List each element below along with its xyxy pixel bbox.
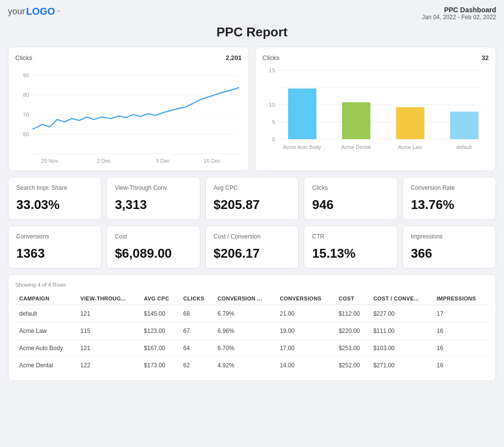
dashboard-date: Jan 04, 2022 - Feb 02, 2022	[422, 14, 496, 21]
table-card: Showing 4 of 4 Rows CAMPAIGNVIEW-THROUG.…	[8, 274, 496, 381]
table-cell: $167.00	[140, 340, 179, 357]
kpi-label-4: Conversion Rate	[411, 184, 488, 191]
kpi-label-1: Cost	[115, 233, 191, 240]
table-column-header: AVG CPC	[140, 293, 179, 305]
table-cell: default	[15, 305, 76, 323]
line-chart-container: 90 80 70 60 25 Nov 2 Dec 9 Dec 16 Dec	[15, 65, 242, 164]
bar-chart-label: Clicks	[262, 54, 280, 61]
svg-text:70: 70	[23, 112, 29, 118]
table-cell: 4.92%	[214, 357, 276, 374]
table-head: CAMPAIGNVIEW-THROUG...AVG CPCCLICKSCONVE…	[15, 293, 489, 305]
bar-chart-value: 32	[482, 54, 489, 61]
svg-rect-26	[396, 107, 425, 139]
kpi-card-2: Cost / Conversion$206.17	[205, 226, 299, 268]
page-title: PPC Report	[8, 25, 496, 40]
svg-text:25 Nov: 25 Nov	[41, 158, 59, 164]
line-chart-svg: 90 80 70 60 25 Nov 2 Dec 9 Dec 16 Dec	[15, 65, 242, 164]
table-cell: $112.00	[335, 305, 370, 323]
svg-text:default: default	[456, 145, 472, 150]
svg-text:2 Dec: 2 Dec	[97, 158, 111, 164]
logo-logo-text: LOGO	[26, 6, 55, 17]
kpi-value-3: 946	[312, 197, 389, 212]
line-chart-header: Clicks 2,201	[15, 54, 242, 61]
kpi-label-3: CTR	[312, 233, 389, 240]
svg-text:Acme Law: Acme Law	[398, 145, 422, 150]
kpi-row-2: Conversions1363Cost$6,089.00Cost / Conve…	[8, 226, 496, 268]
table-cell: 21.00	[276, 305, 334, 323]
svg-text:5: 5	[272, 119, 275, 125]
table-column-header: CLICKS	[179, 293, 214, 305]
table-cell: $111.00	[369, 323, 433, 340]
svg-rect-22	[288, 89, 316, 139]
svg-text:Acme Auto Body: Acme Auto Body	[283, 145, 321, 150]
table-cell: $220.00	[335, 323, 370, 340]
line-chart-label: Clicks	[15, 54, 32, 61]
dashboard-title: PPC Dashboard	[422, 6, 496, 14]
kpi-label-3: Clicks	[312, 184, 389, 191]
table-column-header: COST / CONVE...	[369, 293, 433, 305]
table-cell: 19.00	[276, 323, 334, 340]
kpi-value-2: $206.17	[214, 246, 290, 261]
kpi-value-3: 15.13%	[312, 246, 389, 261]
table-cell: 6.96%	[214, 323, 276, 340]
kpi-value-0: 33.03%	[16, 197, 93, 212]
kpi-value-2: $205.87	[214, 197, 290, 212]
table-cell: 62	[179, 357, 214, 374]
logo: your LOGO ™	[8, 6, 61, 17]
kpi-label-2: Cost / Conversion	[214, 233, 290, 240]
bar-chart-container: 15 10 5 0 Acme Auto Body Acme Dental Acm…	[262, 65, 489, 164]
logo-your-text: your	[8, 6, 25, 17]
table-column-header: VIEW-THROUG...	[76, 293, 140, 305]
table-cell: 14.00	[276, 357, 334, 374]
table-cell: Acme Dental	[15, 357, 76, 374]
kpi-value-4: 13.76%	[411, 197, 488, 212]
svg-rect-28	[450, 112, 479, 139]
table-cell: Acme Law	[15, 323, 76, 340]
table-cell: $252.00	[335, 357, 370, 374]
table-cell: 115	[76, 323, 140, 340]
svg-text:Acme Dental: Acme Dental	[341, 145, 371, 150]
table-cell: $271.00	[369, 357, 433, 374]
table-column-header: CONVERSIONS	[276, 293, 334, 305]
table-row: Acme Law115$123.00676.96%19.00$220.00$11…	[15, 323, 489, 340]
table-cell: 64	[179, 340, 214, 357]
table-cell: 67	[179, 323, 214, 340]
line-chart-value: 2,201	[225, 54, 242, 61]
table-cell: $145.00	[140, 305, 179, 323]
table-cell: 6.79%	[214, 305, 276, 323]
svg-rect-24	[342, 102, 371, 139]
table-cell: $103.00	[369, 340, 433, 357]
kpi-card-3: CTR15.13%	[304, 226, 397, 268]
header: your LOGO ™ PPC Dashboard Jan 04, 2022 -…	[8, 6, 496, 21]
table-info: Showing 4 of 4 Rows	[15, 282, 489, 288]
table-cell: $123.00	[140, 323, 179, 340]
kpi-label-0: Search Impr. Share	[16, 184, 93, 191]
table-cell: $251.00	[335, 340, 370, 357]
kpi-card-3: Clicks946	[304, 177, 397, 220]
table-cell: 16	[433, 323, 489, 340]
dashboard-info: PPC Dashboard Jan 04, 2022 - Feb 02, 202…	[422, 6, 496, 21]
svg-text:10: 10	[269, 102, 275, 108]
line-chart-card: Clicks 2,201 90 80 70 60 25 Nov	[8, 47, 249, 171]
table-header-row: CAMPAIGNVIEW-THROUG...AVG CPCCLICKSCONVE…	[15, 293, 489, 305]
svg-text:90: 90	[23, 72, 29, 78]
table-column-header: CAMPAIGN	[15, 293, 76, 305]
bar-chart-svg: 15 10 5 0 Acme Auto Body Acme Dental Acm…	[262, 65, 489, 164]
data-table: CAMPAIGNVIEW-THROUG...AVG CPCCLICKSCONVE…	[15, 293, 489, 374]
kpi-value-0: 1363	[16, 246, 93, 261]
svg-text:60: 60	[23, 131, 29, 137]
svg-text:9 Dec: 9 Dec	[156, 158, 170, 164]
kpi-label-0: Conversions	[16, 233, 93, 240]
kpi-label-4: Impressions	[411, 233, 488, 240]
table-column-header: CONVERSION ...	[214, 293, 276, 305]
kpi-card-4: Conversion Rate13.76%	[403, 177, 496, 220]
svg-text:80: 80	[23, 92, 29, 98]
kpi-card-1: Cost$6,089.00	[106, 226, 200, 268]
table-column-header: IMPRESSIONS	[433, 293, 489, 305]
kpi-value-4: 366	[411, 246, 488, 261]
table-row: Acme Dental122$173.00624.92%14.00$252.00…	[15, 357, 489, 374]
table-cell: 121	[76, 340, 140, 357]
kpi-value-1: 3,313	[115, 197, 191, 212]
table-body: default121$145.00686.79%21.00$112.00$227…	[15, 305, 489, 374]
table-cell: 122	[76, 357, 140, 374]
